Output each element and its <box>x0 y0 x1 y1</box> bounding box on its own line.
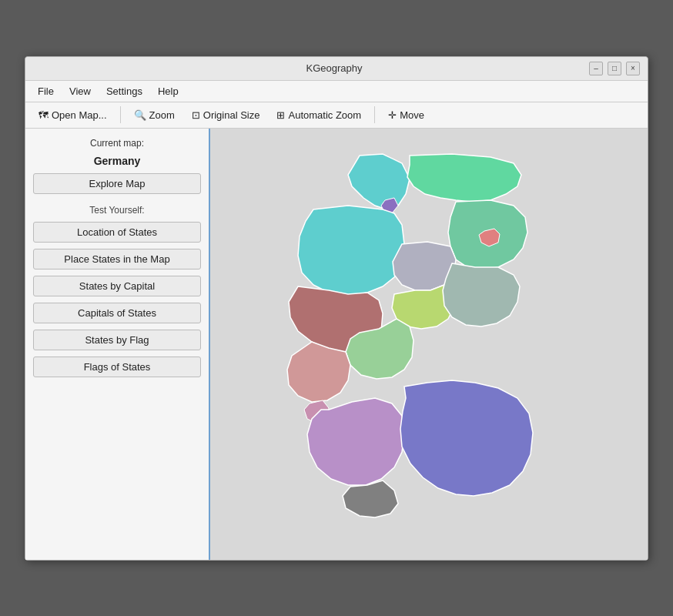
automatic-zoom-button[interactable]: ⊞ Automatic Zoom <box>270 105 368 125</box>
menu-help[interactable]: Help <box>152 83 185 99</box>
window-title: KGeography <box>79 62 589 74</box>
menu-bar: File View Settings Help <box>25 81 648 102</box>
auto-zoom-icon: ⊞ <box>276 109 285 121</box>
minimize-button[interactable]: – <box>589 62 603 75</box>
states-by-capital-button[interactable]: States by Capital <box>33 276 201 296</box>
zoom-icon: 🔍 <box>134 109 146 121</box>
title-bar: KGeography – □ × <box>25 57 648 81</box>
sidebar: Current map: Germany Explore Map Test Yo… <box>25 129 210 560</box>
capitals-of-states-button[interactable]: Capitals of States <box>33 303 201 323</box>
original-size-icon: ⊡ <box>192 109 200 121</box>
current-map-name: Germany <box>33 155 201 167</box>
main-area: Current map: Germany Explore Map Test Yo… <box>25 129 648 560</box>
toolbar-separator-2 <box>374 106 375 123</box>
menu-file[interactable]: File <box>32 83 60 99</box>
current-map-label: Current map: <box>33 138 201 149</box>
toolbar-separator-1 <box>120 106 121 123</box>
states-by-flag-button[interactable]: States by Flag <box>33 330 201 350</box>
move-button[interactable]: ✛ Move <box>381 105 431 125</box>
map-icon: 🗺 <box>39 109 49 121</box>
explore-map-button[interactable]: Explore Map <box>33 173 201 194</box>
map-area <box>210 129 648 560</box>
maximize-button[interactable]: □ <box>608 62 621 75</box>
location-of-states-button[interactable]: Location of States <box>33 222 201 243</box>
germany-map[interactable] <box>259 132 598 556</box>
close-button[interactable]: × <box>626 62 640 75</box>
original-size-button[interactable]: ⊡ Original Size <box>185 105 267 125</box>
map-container <box>259 132 598 556</box>
zoom-button[interactable]: 🔍 Zoom <box>127 105 182 125</box>
flags-of-states-button[interactable]: Flags of States <box>33 357 201 377</box>
place-states-button[interactable]: Place States in the Map <box>33 249 201 270</box>
menu-settings[interactable]: Settings <box>100 83 149 99</box>
menu-view[interactable]: View <box>63 83 97 99</box>
test-yourself-label: Test Yourself: <box>33 205 201 216</box>
open-map-button[interactable]: 🗺 Open Map... <box>32 105 114 125</box>
toolbar: 🗺 Open Map... 🔍 Zoom ⊡ Original Size ⊞ A… <box>25 102 648 129</box>
window-controls: – □ × <box>589 62 640 75</box>
move-icon: ✛ <box>388 109 397 121</box>
application-window: KGeography – □ × File View Settings Help… <box>25 56 648 561</box>
